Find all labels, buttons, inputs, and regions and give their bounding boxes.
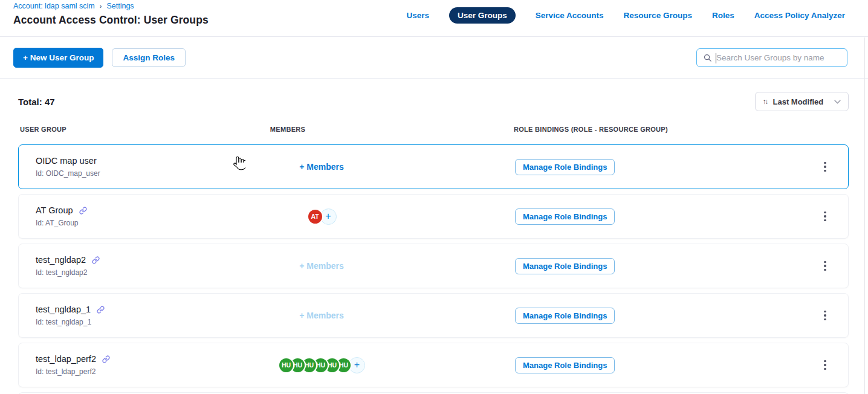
row-menu-cell: [802, 357, 848, 374]
row-menu-button[interactable]: [819, 257, 831, 275]
link-icon: [97, 306, 105, 314]
breadcrumb: Account: ldap saml scim › Settings: [13, 2, 209, 10]
table-header: USER GROUP MEMBERS ROLE BINDINGS (ROLE -…: [18, 126, 849, 133]
manage-role-bindings-button[interactable]: Manage Role Bindings: [515, 159, 615, 175]
row-menu-cell: [802, 307, 848, 325]
sort-arrows-icon: ↑↓: [763, 98, 768, 105]
kebab-dot: [824, 360, 826, 363]
user-group-name-line: OIDC map user: [36, 156, 256, 166]
search-input[interactable]: [716, 53, 841, 62]
kebab-dot: [824, 219, 826, 222]
tab-service-accounts[interactable]: Service Accounts: [536, 7, 604, 24]
scrollbar-track[interactable]: [864, 37, 865, 394]
tab-users[interactable]: Users: [406, 7, 429, 24]
total-count: Total: 47: [18, 97, 55, 107]
add-members-button[interactable]: + Members: [299, 162, 344, 172]
row-menu-button[interactable]: [819, 357, 831, 374]
user-group-row-oidc-map-user[interactable]: OIDC map userId: OIDC_map_user+ MembersM…: [18, 144, 849, 189]
search-box: [696, 48, 847, 67]
kebab-dot: [824, 364, 826, 366]
search-icon: [703, 53, 712, 62]
user-group-name-cell: AT GroupId: AT_Group: [19, 205, 256, 227]
user-group-id: Id: AT_Group: [36, 219, 256, 227]
tab-user-groups[interactable]: User Groups: [449, 7, 516, 24]
user-group-id: Id: test_ldap_perf2: [36, 367, 256, 376]
new-user-group-button[interactable]: + New User Group: [13, 48, 103, 68]
sort-selected-value: Last Modified: [773, 97, 824, 106]
user-group-name-cell: OIDC map userId: OIDC_map_user: [19, 156, 256, 178]
members-cell: + Members: [256, 311, 387, 320]
user-group-row-test-ngldap2[interactable]: test_ngldap2Id: test_ngldap2+ MembersMan…: [18, 244, 849, 288]
kebab-dot: [824, 265, 826, 267]
user-group-name-cell: test_ngldap2Id: test_ngldap2: [19, 255, 256, 277]
kebab-dot: [824, 212, 826, 214]
link-icon: [79, 207, 87, 215]
column-header-role-bindings: ROLE BINDINGS (ROLE - RESOURCE GROUP): [320, 126, 803, 133]
tab-access-policy-analyzer[interactable]: Access Policy Analyzer: [754, 7, 845, 24]
link-icon: [92, 256, 100, 264]
nav-tabs: UsersUser GroupsService AccountsResource…: [406, 0, 845, 30]
kebab-dot: [824, 318, 826, 321]
kebab-dot: [824, 170, 826, 172]
user-group-row-test-ldap-perf2[interactable]: test_ldap_perf2Id: test_ldap_perf2HUHUHU…: [18, 343, 849, 387]
role-bindings-cell: Manage Role Bindings: [387, 308, 802, 324]
text-caret: [716, 53, 716, 63]
user-group-name-line: AT Group: [36, 205, 256, 215]
add-members-button[interactable]: + Members: [299, 311, 344, 320]
row-menu-cell: [802, 158, 848, 176]
page-header: Account: ldap saml scim › Settings Accou…: [0, 0, 868, 37]
role-bindings-cell: Manage Role Bindings: [387, 208, 802, 225]
header-left: Account: ldap saml scim › Settings Accou…: [13, 0, 209, 36]
user-group-row-test-ngldap-1[interactable]: test_ngldap_1Id: test_ngldap_1+ MembersM…: [18, 293, 849, 338]
sort-dropdown[interactable]: ↑↓ Last Modified: [755, 92, 849, 111]
breadcrumb-account-link[interactable]: Account: ldap saml scim: [13, 2, 95, 10]
user-group-name-line: test_ngldap2: [36, 255, 256, 265]
kebab-dot: [824, 166, 826, 168]
user-group-id: Id: test_ngldap2: [36, 268, 256, 277]
manage-role-bindings-button[interactable]: Manage Role Bindings: [515, 357, 615, 373]
breadcrumb-settings-link[interactable]: Settings: [106, 2, 134, 10]
manage-role-bindings-button[interactable]: Manage Role Bindings: [515, 258, 615, 274]
user-group-name: test_ldap_perf2: [36, 354, 96, 364]
list-controls: Total: 47 ↑↓ Last Modified: [18, 92, 849, 111]
column-header-menu: [803, 126, 849, 133]
user-group-id: Id: OIDC_map_user: [36, 169, 256, 178]
members-cell: + Members: [256, 162, 387, 172]
members-cell: AT+: [256, 208, 387, 225]
column-header-members: MEMBERS: [255, 126, 320, 133]
kebab-dot: [824, 368, 826, 370]
kebab-dot: [824, 162, 826, 164]
user-group-name: test_ngldap_1: [36, 305, 91, 314]
kebab-dot: [824, 261, 826, 263]
role-bindings-cell: Manage Role Bindings: [387, 159, 802, 175]
row-menu-button[interactable]: [819, 208, 831, 225]
members-cell: + Members: [256, 261, 387, 271]
column-header-user-group: USER GROUP: [18, 126, 255, 133]
manage-role-bindings-button[interactable]: Manage Role Bindings: [515, 308, 615, 324]
row-menu-button[interactable]: [819, 307, 831, 325]
kebab-dot: [824, 269, 826, 271]
member-avatar: AT: [307, 208, 323, 225]
row-menu-button[interactable]: [819, 158, 831, 176]
user-group-name-cell: test_ngldap_1Id: test_ngldap_1: [19, 305, 256, 326]
user-group-name: OIDC map user: [36, 156, 97, 166]
row-menu-cell: [802, 257, 848, 275]
tab-roles[interactable]: Roles: [712, 7, 734, 24]
breadcrumb-separator: ›: [100, 2, 102, 10]
page-title: Account Access Control: User Groups: [13, 14, 209, 27]
user-group-row-at-group[interactable]: AT GroupId: AT_GroupAT+Manage Role Bindi…: [18, 194, 849, 239]
chevron-down-icon: [834, 100, 841, 104]
assign-roles-button[interactable]: Assign Roles: [112, 48, 186, 67]
add-members-button[interactable]: + Members: [299, 261, 344, 271]
tab-resource-groups[interactable]: Resource Groups: [624, 7, 692, 24]
row-menu-cell: [802, 208, 848, 225]
user-groups-page: Account: ldap saml scim › Settings Accou…: [0, 0, 868, 394]
link-icon: [102, 355, 110, 363]
kebab-dot: [824, 311, 826, 313]
kebab-dot: [824, 215, 826, 218]
user-group-name: AT Group: [36, 205, 73, 215]
kebab-dot: [824, 314, 826, 317]
role-bindings-cell: Manage Role Bindings: [387, 357, 802, 373]
user-group-list: OIDC map userId: OIDC_map_user+ MembersM…: [18, 144, 849, 387]
manage-role-bindings-button[interactable]: Manage Role Bindings: [515, 208, 615, 225]
